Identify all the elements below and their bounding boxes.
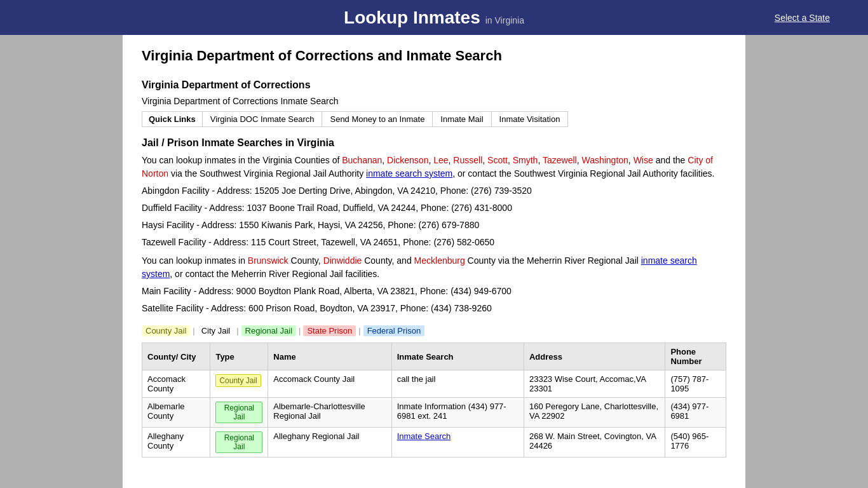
facility-type-legend: County Jail | City Jail | Regional Jail … xyxy=(142,325,726,336)
type-badge-county-jail: County Jail xyxy=(215,374,261,387)
county-brunswick[interactable]: Brunswick xyxy=(248,255,288,266)
county-scott[interactable]: Scott xyxy=(487,155,508,165)
type-badge-regional-jail: Regional Jail xyxy=(215,402,262,423)
cell-name: Albemarle-Charlottesville Regional Jail xyxy=(268,398,391,428)
cell-address: 268 W. Main Street, Covington, VA 24426 xyxy=(524,428,665,458)
cell-county: Accomack County xyxy=(142,370,210,398)
legend-sep-4: | xyxy=(358,326,360,336)
jail-section-title: Jail / Prison Inmate Searches in Virgini… xyxy=(142,137,726,149)
cell-inmate-search: Inmate Search xyxy=(391,428,524,458)
legend-sep-1: | xyxy=(193,326,194,336)
legend-sep-2: | xyxy=(236,326,238,336)
county-tazewell[interactable]: Tazewell xyxy=(543,155,577,165)
cell-inmate-search: Inmate Information (434) 977-6981 ext. 2… xyxy=(391,398,524,428)
col-type: Type xyxy=(210,343,268,370)
svr-inmate-search-link[interactable]: inmate search system xyxy=(366,168,452,179)
table-row: Accomack County County Jail Accomack Cou… xyxy=(142,370,726,398)
col-name: Name xyxy=(268,343,391,370)
county-washington[interactable]: Washington xyxy=(581,155,628,165)
type-badge-regional-jail: Regional Jail xyxy=(215,431,262,453)
county-lee[interactable]: Lee xyxy=(433,155,448,165)
quick-link-doc-search[interactable]: Virginia DOC Inmate Search xyxy=(203,112,323,126)
cell-address: 23323 Wise Court, Accomac,VA 23301 xyxy=(524,370,665,398)
site-header: Lookup Inmates in Virginia Select a Stat… xyxy=(0,0,868,35)
merr-paragraph: You can lookup inmates in Brunswick Coun… xyxy=(142,254,726,281)
cell-inmate-search: call the jail xyxy=(391,370,524,398)
legend-sep-3: | xyxy=(299,326,301,336)
inmate-table: County/ City Type Name Inmate Search Add… xyxy=(142,342,726,458)
quick-link-inmate-visitation[interactable]: Inmate Visitation xyxy=(492,112,568,126)
svr-facility-1: Abingdon Facility - Address: 15205 Joe D… xyxy=(142,184,726,198)
cell-address: 160 Peregory Lane, Charlottesville, VA 2… xyxy=(524,398,665,428)
select-state-link[interactable]: Select a State xyxy=(775,13,830,23)
cell-name: Accomack County Jail xyxy=(268,370,391,398)
county-russell[interactable]: Russell xyxy=(453,155,482,165)
county-dickenson[interactable]: Dickenson xyxy=(387,155,428,165)
legend-state-prison: State Prison xyxy=(303,325,356,336)
county-smyth[interactable]: Smyth xyxy=(513,155,538,165)
svr-paragraph: You can lookup inmates in the Virginia C… xyxy=(142,154,726,180)
cell-phone: (434) 977-6981 xyxy=(665,398,726,428)
svr-facility-3: Haysi Facility - Address: 1550 Kiwanis P… xyxy=(142,219,726,232)
quick-links-label: Quick Links xyxy=(142,112,203,126)
jail-section: Jail / Prison Inmate Searches in Virgini… xyxy=(142,137,726,315)
col-phone: Phone Number xyxy=(665,343,726,370)
quick-link-send-money[interactable]: Send Money to an Inmate xyxy=(322,112,433,126)
merr-facility-2: Satellite Facility - Address: 600 Prison… xyxy=(142,302,726,315)
quick-links-bar: Quick Links Virginia DOC Inmate Search S… xyxy=(142,111,568,127)
col-inmate-search: Inmate Search xyxy=(391,343,524,370)
county-dinwiddie[interactable]: Dinwiddie xyxy=(323,255,362,266)
svr-facility-4: Tazewell Facility - Address: 115 Court S… xyxy=(142,236,726,249)
legend-regional-jail: Regional Jail xyxy=(241,325,296,336)
doc-section-title: Virginia Department of Corrections xyxy=(142,79,726,91)
quick-link-inmate-mail[interactable]: Inmate Mail xyxy=(433,112,491,126)
county-mecklenburg[interactable]: Mecklenburg xyxy=(414,255,465,266)
doc-section: Virginia Department of Corrections Virgi… xyxy=(142,79,726,127)
merr-facility-1: Main Facility - Address: 9000 Boydton Pl… xyxy=(142,285,726,298)
main-content: Virginia Department of Corrections and I… xyxy=(123,35,745,488)
legend-county-jail: County Jail xyxy=(142,325,190,336)
inmate-search-link[interactable]: Inmate Search xyxy=(397,431,451,441)
cell-phone: (540) 965-1776 xyxy=(665,428,726,458)
header-title-group: Lookup Inmates in Virginia xyxy=(344,8,524,28)
cell-county: Alleghany County xyxy=(142,428,210,458)
page-title: Virginia Department of Corrections and I… xyxy=(142,48,726,67)
col-address: Address xyxy=(524,343,665,370)
cell-type: Regional Jail xyxy=(210,398,268,428)
state-label: in Virginia xyxy=(485,15,524,25)
svr-facility-2: Duffield Facility - Address: 1037 Boone … xyxy=(142,201,726,215)
doc-subtitle: Virginia Department of Corrections Inmat… xyxy=(142,96,726,106)
county-buchanan[interactable]: Buchanan xyxy=(342,155,382,165)
cell-phone: (757) 787-1095 xyxy=(665,370,726,398)
legend-federal-prison: Federal Prison xyxy=(363,325,425,336)
cell-name: Alleghany Regional Jail xyxy=(268,428,391,458)
cell-county: Albemarle County xyxy=(142,398,210,428)
table-row: Albemarle County Regional Jail Albemarle… xyxy=(142,398,726,428)
site-title: Lookup Inmates xyxy=(344,8,480,28)
cell-type: County Jail xyxy=(210,370,268,398)
county-wise[interactable]: Wise xyxy=(634,155,653,165)
col-county-city: County/ City xyxy=(142,343,210,370)
table-row: Alleghany County Regional Jail Alleghany… xyxy=(142,428,726,458)
legend-city-jail: City Jail xyxy=(198,325,234,336)
cell-type: Regional Jail xyxy=(210,428,268,458)
